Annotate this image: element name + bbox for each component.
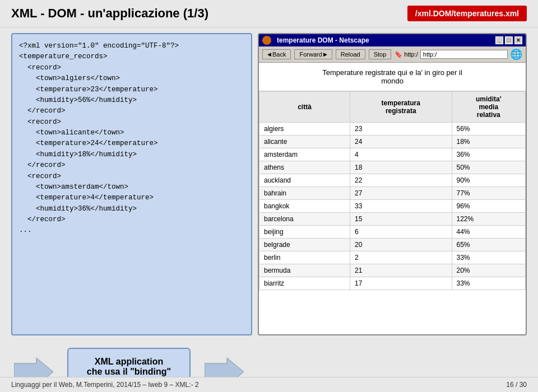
temp-cell: 6 [350, 226, 452, 239]
table-title: Temperature registrate qui e la' in giro… [259, 63, 526, 91]
humidity-cell: 36% [452, 148, 525, 161]
maximize-button[interactable]: □ [505, 36, 513, 44]
temp-cell: 20 [350, 239, 452, 251]
humidity-cell: 65% [452, 239, 525, 251]
table-row: belgrade2065% [259, 239, 526, 251]
stop-label: Stop [374, 51, 387, 58]
browser-toolbar: ◀ Back Forward ▶ Reload Stop 🔖 http:/ 🌐 [259, 46, 526, 63]
humidity-cell: 33% [452, 277, 525, 290]
temp-cell: 27 [350, 187, 452, 200]
xml-box-line1: XML application [80, 357, 178, 367]
titlebar-controls: _ □ ✕ [495, 36, 522, 44]
table-row: alicante2418% [259, 136, 526, 148]
xml-box-line2: che usa il "binding" [80, 367, 178, 377]
col-header-city: città [259, 92, 350, 123]
page-title: XML - DOM - un'applicazione (1/3) [11, 6, 208, 21]
table-row: beijing644% [259, 226, 526, 239]
reload-label: Reload [341, 51, 360, 58]
table-body: algiers2356%alicante2418%amsterdam436%at… [259, 123, 526, 290]
humidity-cell: 122% [452, 213, 525, 226]
temp-cell: 4 [350, 148, 452, 161]
xml-code-panel: <?xml version="1.0" encoding="UTF-8"?> <… [11, 33, 252, 335]
browser-window: temperature DOM - Netscape _ □ ✕ ◀ Back … [258, 33, 527, 335]
table-row: amsterdam436% [259, 148, 526, 161]
humidity-cell: 96% [452, 200, 525, 213]
city-cell: biarritz [259, 277, 350, 290]
back-button[interactable]: ◀ Back [262, 49, 291, 59]
stop-button[interactable]: Stop [369, 49, 392, 59]
city-cell: bermuda [259, 264, 350, 277]
table-row: berlin233% [259, 251, 526, 264]
temp-cell: 17 [350, 277, 452, 290]
table-row: bermuda2120% [259, 264, 526, 277]
humidity-cell: 77% [452, 187, 525, 200]
main-content: <?xml version="1.0" encoding="UTF-8"?> <… [0, 27, 538, 341]
humidity-cell: 20% [452, 264, 525, 277]
humidity-cell: 18% [452, 136, 525, 148]
back-label: Back [272, 51, 286, 58]
header: XML - DOM - un'applicazione (1/3) /xml.D… [0, 0, 538, 27]
minimize-button[interactable]: _ [495, 36, 503, 44]
city-cell: belgrade [259, 239, 350, 251]
reload-button[interactable]: Reload [336, 49, 365, 59]
city-cell: bangkok [259, 200, 350, 213]
footer-left-text: Linguaggi per il Web, M.Temperini, 2014/… [11, 381, 199, 389]
temp-cell: 2 [350, 251, 452, 264]
footer-right-text: 16 / 30 [506, 381, 527, 389]
go-icon[interactable]: 🌐 [510, 48, 522, 60]
col-header-temp: temperaturaregistrata [350, 92, 452, 123]
xml-code: <?xml version="1.0" encoding="UTF-8"?> <… [19, 41, 244, 236]
forward-label: Forward [299, 51, 322, 58]
city-cell: auckland [259, 174, 350, 187]
table-row: bangkok3396% [259, 200, 526, 213]
city-cell: bahrain [259, 187, 350, 200]
temp-cell: 22 [350, 174, 452, 187]
city-cell: athens [259, 161, 350, 174]
forward-arrow-icon: ▶ [323, 52, 327, 57]
humidity-cell: 90% [452, 174, 525, 187]
humidity-cell: 33% [452, 251, 525, 264]
close-button[interactable]: ✕ [514, 36, 522, 44]
city-cell: amsterdam [259, 148, 350, 161]
col-header-humidity: umidita'mediarelativa [452, 92, 525, 123]
table-row: biarritz1733% [259, 277, 526, 290]
humidity-cell: 56% [452, 123, 525, 136]
back-arrow-icon: ◀ [267, 52, 271, 57]
url-badge: /xml.DOM/temperatures.xml [407, 6, 527, 21]
browser-content: Temperature registrate qui e la' in giro… [259, 63, 526, 334]
temp-cell: 23 [350, 123, 452, 136]
browser-titlebar: temperature DOM - Netscape _ □ ✕ [259, 34, 526, 46]
table-row: athens1850% [259, 161, 526, 174]
url-area: 🔖 http:/ 🌐 [395, 48, 522, 60]
table-row: bahrain2777% [259, 187, 526, 200]
table-title-line2: mondo [381, 77, 404, 85]
city-cell: beijing [259, 226, 350, 239]
table-row: algiers2356% [259, 123, 526, 136]
temp-cell: 33 [350, 200, 452, 213]
humidity-cell: 50% [452, 161, 525, 174]
city-cell: barcelona [259, 213, 350, 226]
temp-cell: 15 [350, 213, 452, 226]
temp-cell: 24 [350, 136, 452, 148]
forward-button[interactable]: Forward ▶ [294, 49, 332, 59]
url-input[interactable] [420, 50, 508, 59]
city-cell: algiers [259, 123, 350, 136]
table-row: barcelona15122% [259, 213, 526, 226]
humidity-cell: 44% [452, 226, 525, 239]
netscape-icon [262, 36, 271, 45]
url-label-text: 🔖 http:/ [395, 51, 418, 58]
table-header-row: città temperaturaregistrata umidita'medi… [259, 92, 526, 123]
table-title-line1: Temperature registrate qui e la' in giro… [322, 68, 462, 77]
temperature-table: città temperaturaregistrata umidita'medi… [259, 91, 526, 290]
temp-cell: 21 [350, 264, 452, 277]
browser-title-text: temperature DOM - Netscape [277, 36, 369, 44]
temp-cell: 18 [350, 161, 452, 174]
footer: Linguaggi per il Web, M.Temperini, 2014/… [0, 377, 538, 392]
temp-table-container: Temperature registrate qui e la' in giro… [259, 63, 526, 334]
city-cell: alicante [259, 136, 350, 148]
table-row: auckland2290% [259, 174, 526, 187]
city-cell: berlin [259, 251, 350, 264]
browser-titlebar-title: temperature DOM - Netscape [262, 36, 369, 45]
